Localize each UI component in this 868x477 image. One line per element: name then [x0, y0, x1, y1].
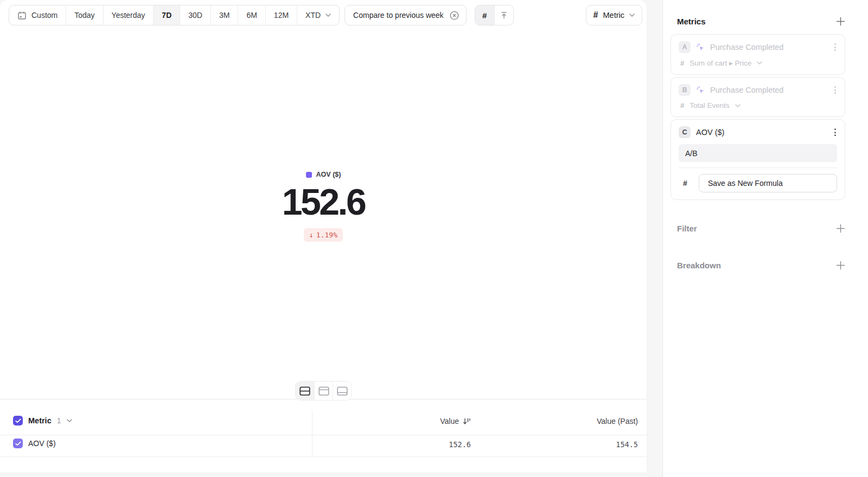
calendar-icon: [17, 11, 27, 20]
range-12m[interactable]: 12M: [266, 5, 297, 25]
value-column-label: Value: [440, 417, 459, 426]
add-filter-icon[interactable]: [836, 224, 845, 233]
formula-input[interactable]: A/B: [679, 144, 837, 162]
breakdown-section-header: Breakdown: [671, 261, 845, 270]
range-yesterday[interactable]: Yesterday: [104, 5, 154, 25]
table-bottom-divider: [0, 456, 647, 457]
absolute-values-toggle[interactable]: #: [475, 5, 494, 25]
range-30d[interactable]: 30D: [180, 5, 211, 25]
metric-type-label: Metric: [603, 11, 624, 20]
metric-card-a[interactable]: A Purchase Completed # Sum of cart ▸ Pri…: [671, 34, 845, 75]
metric-event-name: Purchase Completed: [710, 43, 783, 51]
range-label: 3M: [219, 11, 229, 20]
value-display-toggle: #: [475, 5, 514, 25]
check-icon: [15, 418, 21, 423]
add-metric-icon[interactable]: [836, 17, 845, 26]
kpi-change-badge: ↓ 1.19%: [304, 228, 343, 242]
chevron-down-icon: [757, 61, 762, 65]
metric-aggregation-row[interactable]: # Total Events: [679, 101, 837, 109]
formula-name: AOV ($): [696, 128, 724, 137]
arrow-up-to-bar-icon: [500, 11, 508, 20]
chevron-down-icon[interactable]: [67, 419, 72, 422]
metric-type-button[interactable]: # Metric: [586, 5, 642, 25]
table-row: AOV ($): [13, 439, 56, 448]
layout-top-icon: [318, 386, 329, 396]
kpi-block: AOV ($) 152.6 ↓ 1.19%: [0, 171, 647, 242]
compare-pill[interactable]: Compare to previous week: [344, 5, 467, 25]
hash-icon: #: [593, 10, 598, 20]
range-3m[interactable]: 3M: [211, 5, 238, 25]
event-sparkle-icon: [696, 43, 705, 51]
metric-card-c-formula[interactable]: C AOV ($) A/B # Save as New Formula: [671, 119, 845, 200]
metric-event-name: Purchase Completed: [710, 86, 783, 94]
range-label: Today: [74, 11, 94, 20]
filter-section-header: Filter: [671, 224, 845, 233]
range-label: Custom: [31, 11, 58, 20]
event-sparkle-icon: [696, 86, 705, 94]
range-label: 30D: [188, 11, 202, 20]
app-root: Custom Today Yesterday 7D 30D 3M 6M 12M …: [0, 0, 868, 477]
range-7d[interactable]: 7D: [154, 5, 180, 25]
filter-section-title: Filter: [677, 224, 697, 233]
report-canvas: Custom Today Yesterday 7D 30D 3M 6M 12M …: [0, 0, 647, 473]
query-builder-sidebar: Metrics A Purchase Completed: [663, 0, 868, 477]
hash-icon: #: [679, 179, 692, 188]
results-table: Metric 1 Value Value (Past: [0, 410, 647, 473]
row-checkbox[interactable]: [13, 439, 23, 448]
legend-swatch: [306, 172, 312, 178]
chevron-down-icon: [735, 104, 741, 107]
save-formula-button[interactable]: Save as New Formula: [699, 174, 837, 192]
legend-label: AOV ($): [316, 171, 341, 178]
aggregation-label: Sum of cart ▸ Price: [690, 59, 751, 67]
range-today[interactable]: Today: [66, 5, 103, 25]
value-past-column-header[interactable]: Value (Past): [597, 417, 638, 426]
layout-split-button[interactable]: [296, 382, 314, 400]
row-value-past: 154.5: [616, 440, 638, 449]
metric-count: 1: [57, 416, 61, 425]
range-label: 7D: [162, 11, 171, 20]
report-toolbar: Custom Today Yesterday 7D 30D 3M 6M 12M …: [9, 5, 642, 25]
remove-compare-icon[interactable]: [449, 10, 459, 21]
range-label: 12M: [274, 11, 289, 20]
metric-badge: C: [679, 126, 691, 138]
kebab-menu-icon[interactable]: [833, 84, 837, 95]
range-custom[interactable]: Custom: [9, 5, 66, 25]
range-xtd[interactable]: XTD: [297, 5, 339, 25]
kpi-legend[interactable]: AOV ($): [306, 171, 341, 178]
layout-bottom-icon: [337, 386, 348, 396]
layout-chart-only-button[interactable]: [314, 382, 333, 400]
chevron-down-icon: [629, 14, 635, 17]
header-row-divider: [0, 435, 647, 435]
hash-icon: #: [680, 59, 684, 67]
metric-aggregation-row[interactable]: # Sum of cart ▸ Price: [679, 59, 837, 67]
formula-text: A/B: [685, 149, 698, 158]
hash-icon: #: [680, 101, 684, 109]
uplift-toggle[interactable]: [494, 5, 513, 25]
breakdown-section-title: Breakdown: [677, 261, 721, 270]
kebab-menu-icon[interactable]: [833, 126, 837, 138]
add-breakdown-icon[interactable]: [836, 261, 845, 270]
metrics-section-title: Metrics: [677, 17, 706, 26]
select-all-checkbox[interactable]: [13, 416, 23, 426]
date-range-group: Custom Today Yesterday 7D 30D 3M 6M 12M …: [9, 5, 340, 25]
metric-card-b[interactable]: B Purchase Completed # Total Events: [671, 77, 845, 117]
range-label: XTD: [305, 11, 321, 20]
layout-split-icon: [299, 386, 310, 396]
layout-switcher: [295, 381, 352, 401]
value-past-column-label: Value (Past): [597, 417, 638, 426]
compare-label: Compare to previous week: [353, 11, 444, 20]
formula-footer: # Save as New Formula: [679, 167, 837, 192]
row-metric-name: AOV ($): [28, 439, 56, 448]
kebab-menu-icon[interactable]: [833, 41, 837, 53]
range-6m[interactable]: 6M: [238, 5, 265, 25]
kpi-value: 152.6: [282, 183, 365, 221]
value-column-header[interactable]: Value: [440, 417, 471, 426]
layout-table-only-button[interactable]: [333, 382, 351, 400]
table-header-metric: Metric 1: [13, 416, 72, 426]
arrow-down-icon: ↓: [309, 231, 314, 239]
hash-icon: #: [482, 11, 487, 20]
chevron-down-icon: [326, 14, 331, 17]
metric-card-row: A Purchase Completed: [679, 41, 837, 54]
metric-card-row: C AOV ($): [679, 126, 837, 139]
range-label: 6M: [246, 11, 257, 20]
